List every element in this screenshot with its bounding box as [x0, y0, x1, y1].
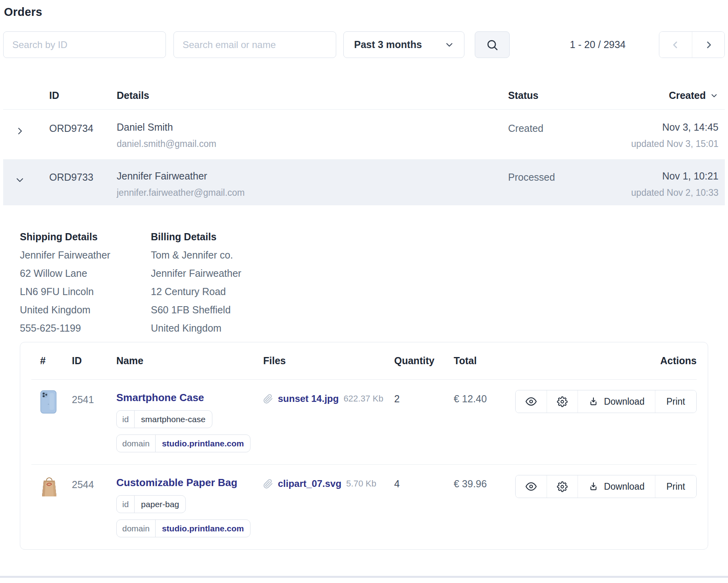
customer-name: Daniel Smith [117, 122, 508, 133]
search-id-input[interactable] [3, 31, 166, 58]
shipping-line: LN6 9FU Lincoln [20, 282, 151, 301]
order-row-ord9734[interactable]: ORD9734 Daniel Smith daniel.smith@gmail.… [3, 110, 725, 159]
column-header-item-name: Name [116, 355, 263, 367]
shipping-line: 62 Willow Lane [20, 264, 151, 282]
file-link[interactable]: sunset 14.jpg [278, 393, 339, 404]
item-id: 2541 [72, 394, 116, 405]
item-name-link[interactable]: Customizable Paper Bag [116, 477, 237, 489]
download-label: Download [604, 396, 644, 407]
chevron-right-icon [703, 39, 714, 50]
billing-line: Tom & Jennifer co. [151, 246, 241, 264]
tag-label: domain [117, 435, 156, 452]
order-updated-date: updated Nov 3, 15:01 [603, 139, 718, 149]
order-id: ORD9734 [49, 122, 117, 134]
shipping-line: 555-625-1199 [20, 319, 151, 337]
orders-table: ID Details Status Created ORD9734 [3, 82, 725, 205]
item-id-tag: id smartphone-case [116, 410, 212, 428]
column-header-files: Files [263, 355, 394, 367]
order-updated-date: updated Nov 2, 10:33 [603, 187, 718, 198]
shipping-details-title: Shipping Details [20, 228, 151, 246]
pagination: 1 - 20 / 2934 [570, 31, 725, 58]
gear-icon [557, 396, 568, 407]
customer-name: Jennifer Fairweather [117, 170, 508, 182]
column-header-id: ID [49, 90, 117, 101]
order-status: Processed [508, 170, 603, 183]
file-link[interactable]: clipart_07.svg [278, 478, 341, 489]
item-total: € 39.96 [454, 478, 515, 490]
column-header-total: Total [454, 355, 660, 367]
item-quantity: 2 [394, 393, 454, 405]
download-button[interactable]: Download [578, 475, 655, 498]
column-header-quantity: Quantity [394, 355, 454, 367]
column-header-item-id: ID [72, 355, 116, 367]
item-row-smartphone-case: 2541 Smartphone Case id smartphone-case … [31, 380, 697, 464]
billing-line: S60 1FB Sheffield [151, 301, 241, 319]
settings-button[interactable] [547, 390, 578, 413]
pagination-range: 1 - 20 / 2934 [570, 39, 626, 50]
order-row-ord9733[interactable]: ORD9733 Jennifer Fairweather jennifer.fa… [3, 159, 725, 205]
column-header-created[interactable]: Created [603, 90, 718, 101]
page-title: Orders [4, 6, 728, 19]
order-id: ORD9733 [49, 170, 117, 183]
prev-page-button[interactable] [659, 32, 692, 58]
eye-icon [526, 396, 537, 407]
collapse-row-button[interactable] [12, 172, 28, 188]
items-table-header: # ID Name Files Quantity Total Actions [31, 342, 697, 380]
date-range-dropdown[interactable]: Past 3 months [343, 31, 464, 58]
chevron-down-icon [15, 175, 25, 185]
shipping-line: Jennifer Fairweather [20, 246, 151, 264]
billing-details: Billing Details Tom & Jennifer co. Jenni… [151, 228, 241, 337]
expand-row-button[interactable] [12, 123, 28, 139]
search-email-input[interactable] [173, 31, 336, 58]
product-thumbnail-paper-bag [31, 475, 72, 498]
print-label: Print [666, 481, 685, 492]
date-range-value: Past 3 months [354, 39, 422, 50]
column-header-details: Details [117, 90, 508, 101]
column-header-status: Status [508, 90, 603, 101]
item-quantity: 4 [394, 478, 454, 490]
orders-table-header: ID Details Status Created [3, 82, 725, 110]
order-created-date: Nov 1, 10:21 [603, 170, 718, 182]
next-page-button[interactable] [692, 32, 724, 58]
addresses: Shipping Details Jennifer Fairweather 62… [20, 228, 728, 337]
shipping-line: United Kingdom [20, 301, 151, 319]
column-header-actions: Actions [660, 355, 697, 367]
chevron-down-icon [444, 40, 455, 50]
item-row-paper-bag: 2544 Customizable Paper Bag id paper-bag… [31, 464, 697, 549]
orders-page: Orders Past 3 months 1 - 20 / 2934 [0, 6, 728, 550]
preview-button[interactable] [516, 390, 547, 413]
paperclip-icon [263, 394, 273, 404]
search-icon [486, 39, 499, 51]
file-size: 622.37 Kb [343, 394, 383, 404]
sort-chevron-down-icon [710, 91, 718, 100]
tag-label: domain [117, 520, 156, 537]
paperclip-icon [263, 479, 273, 489]
item-total: € 12.40 [454, 393, 515, 405]
tag-value: smartphone-case [135, 411, 212, 428]
billing-details-title: Billing Details [151, 228, 241, 246]
download-button[interactable]: Download [578, 390, 655, 413]
preview-button[interactable] [516, 475, 547, 498]
chevron-left-icon [670, 39, 681, 50]
settings-button[interactable] [547, 475, 578, 498]
pager-buttons [659, 31, 725, 58]
print-button[interactable]: Print [655, 390, 696, 413]
item-name-link[interactable]: Smartphone Case [116, 392, 204, 404]
item-domain-tag: domain studio.printlane.com [116, 434, 250, 452]
tag-label: id [117, 496, 135, 513]
file-size: 5.70 Kb [346, 479, 376, 489]
order-status: Created [508, 122, 603, 134]
order-created-date: Nov 3, 14:45 [603, 122, 718, 133]
gear-icon [557, 481, 568, 492]
billing-line: 12 Century Road [151, 282, 241, 301]
download-icon [588, 396, 599, 407]
search-button[interactable] [475, 31, 510, 58]
customer-email: jennifer.fairweather@gmail.com [117, 187, 508, 198]
customer-email: daniel.smith@gmail.com [117, 139, 508, 149]
item-actions: Download Print [515, 390, 697, 413]
download-icon [588, 481, 599, 492]
item-id: 2544 [72, 479, 116, 490]
chevron-right-icon [15, 126, 25, 136]
order-items-card: # ID Name Files Quantity Total Actions [20, 342, 708, 550]
print-button[interactable]: Print [655, 475, 696, 498]
